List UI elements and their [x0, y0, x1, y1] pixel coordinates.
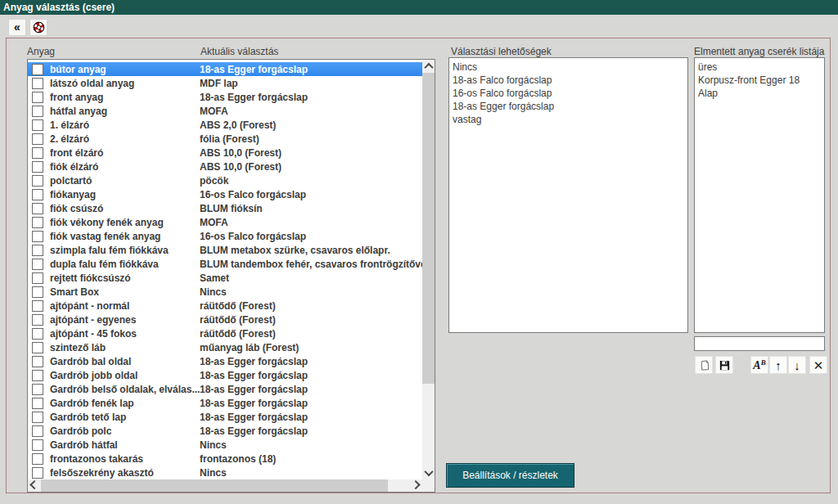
table-row[interactable]: Gardrób polc 18-as Egger forgácslap: [28, 424, 422, 438]
list-item[interactable]: Alap: [698, 87, 824, 100]
row-checkbox[interactable]: [32, 78, 43, 89]
row-checkbox[interactable]: [32, 245, 43, 256]
row-checkbox[interactable]: [32, 356, 43, 367]
row-checkbox[interactable]: [32, 161, 43, 173]
table-row[interactable]: Gardrób tető lap 18-as Egger forgácslap: [28, 410, 422, 424]
row-checkbox[interactable]: [32, 384, 43, 395]
move-up-button[interactable]: ↑: [769, 356, 787, 374]
table-row[interactable]: fiók csúszó BLUM fióksín: [28, 201, 422, 215]
table-row[interactable]: ajtópánt - normál ráütődő (Forest): [28, 299, 422, 313]
row-checkbox[interactable]: [32, 412, 43, 423]
table-row[interactable]: Gardrób jobb oldal 18-as Egger forgácsla…: [28, 368, 422, 382]
list-item[interactable]: 16-os Falco forgácslap: [453, 87, 687, 100]
table-row[interactable]: 2. élzáró fólia (Forest): [28, 132, 422, 146]
row-checkbox[interactable]: [32, 259, 43, 270]
material-name: Gardrób jobb oldal: [50, 370, 200, 381]
row-checkbox[interactable]: [32, 133, 43, 145]
table-row[interactable]: Smart Box Nincs: [28, 285, 422, 299]
table-row[interactable]: szimpla falu fém fiókkáva BLUM metabox s…: [28, 243, 422, 257]
row-checkbox[interactable]: [32, 453, 43, 465]
list-item[interactable]: 18-as Falco forgácslap: [453, 74, 687, 87]
table-row[interactable]: fiókanyag 16-os Falco forgácslap: [28, 187, 422, 201]
row-checkbox[interactable]: [32, 106, 43, 117]
row-checkbox[interactable]: [32, 189, 43, 200]
settings-details-button[interactable]: Beállítások / részletek: [446, 463, 574, 488]
save-swap-button[interactable]: [715, 356, 733, 374]
material-current-value: 16-os Falco forgácslap: [200, 189, 422, 200]
list-item[interactable]: üres: [698, 61, 824, 74]
table-row[interactable]: fiók élzáró ABS 10,0 (Forest): [28, 160, 422, 173]
row-checkbox[interactable]: [32, 342, 43, 353]
table-row[interactable]: rejtett fiókcsúszó Samet: [28, 271, 422, 285]
options-listbox[interactable]: Nincs18-as Falco forgácslap16-os Falco f…: [448, 57, 688, 333]
row-checkbox[interactable]: [32, 439, 43, 451]
list-item[interactable]: Korpusz-front Egger 18: [698, 74, 824, 87]
table-row[interactable]: bútor anyag 18-as Egger forgácslap: [28, 62, 422, 76]
list-item[interactable]: Nincs: [453, 61, 687, 74]
new-swap-button[interactable]: [695, 356, 713, 374]
row-checkbox[interactable]: [32, 203, 43, 214]
saved-swaps-listbox[interactable]: üresKorpusz-front Egger 18Alap: [694, 57, 825, 333]
scroll-down-button[interactable]: [422, 466, 435, 479]
rename-swap-button[interactable]: AB: [750, 356, 768, 374]
material-current-value: 18-as Egger forgácslap: [200, 398, 422, 409]
row-checkbox[interactable]: [32, 231, 43, 242]
table-row[interactable]: frontazonos takarás frontazonos (18): [28, 452, 422, 466]
material-name: fiók vékony fenék anyag: [50, 217, 200, 228]
table-row[interactable]: Gardrób bal oldal 18-as Egger forgácslap: [28, 354, 422, 368]
table-row[interactable]: szintező láb műanyag láb (Forest): [28, 340, 422, 354]
row-checkbox[interactable]: [32, 467, 43, 479]
chevron-down-icon: [424, 467, 433, 476]
table-row[interactable]: ajtópánt - egyenes ráütődő (Forest): [28, 313, 422, 326]
scroll-right-button[interactable]: [409, 479, 422, 492]
move-down-button[interactable]: ↓: [788, 356, 806, 374]
row-checkbox[interactable]: [32, 147, 43, 159]
back-button[interactable]: «: [8, 19, 26, 36]
table-row[interactable]: Gardrób hátfal Nincs: [28, 438, 422, 452]
table-row[interactable]: dupla falu fém fiókkáva BLUM tandembox f…: [28, 257, 422, 271]
row-checkbox[interactable]: [32, 175, 43, 187]
table-row[interactable]: Gardrób belső oldalak, elválas... 18-as …: [28, 382, 422, 396]
material-current-value: ABS 10,0 (Forest): [200, 161, 422, 173]
row-checkbox[interactable]: [32, 272, 43, 284]
vertical-scrollbar[interactable]: [422, 60, 435, 479]
scroll-left-button[interactable]: [28, 479, 41, 492]
swap-name-input[interactable]: [694, 336, 825, 351]
table-row[interactable]: felsőszekrény akasztó Nincs: [28, 466, 422, 479]
horizontal-scroll-thumb[interactable]: [41, 479, 388, 492]
table-row[interactable]: polctartó pöcök: [28, 173, 422, 187]
list-item[interactable]: vastag: [453, 113, 687, 126]
row-checkbox[interactable]: [32, 370, 43, 381]
list-item[interactable]: 18-as Egger forgácslap: [453, 100, 687, 113]
table-row[interactable]: 1. élzáró ABS 2,0 (Forest): [28, 118, 422, 132]
table-row[interactable]: látszó oldal anyag MDF lap: [28, 76, 422, 90]
row-checkbox[interactable]: [32, 217, 43, 228]
delete-swap-button[interactable]: ✕: [809, 356, 827, 374]
scroll-up-button[interactable]: [422, 60, 435, 73]
material-current-value: 18-as Egger forgácslap: [200, 64, 422, 75]
row-checkbox[interactable]: [32, 92, 43, 103]
material-name: hátfal anyag: [50, 106, 200, 117]
material-current-value: 18-as Egger forgácslap: [200, 356, 422, 367]
row-checkbox[interactable]: [32, 64, 43, 75]
table-row[interactable]: Gardrób fenék lap 18-as Egger forgácslap: [28, 396, 422, 410]
vertical-scroll-thumb[interactable]: [422, 73, 435, 384]
help-button[interactable]: [29, 19, 47, 36]
table-row[interactable]: ajtópánt - 45 fokos ráütődő (Forest): [28, 326, 422, 340]
table-row[interactable]: fiók vékony fenék anyag MOFA: [28, 215, 422, 229]
row-checkbox[interactable]: [32, 328, 43, 340]
table-row[interactable]: front anyag 18-as Egger forgácslap: [28, 90, 422, 104]
row-checkbox[interactable]: [32, 286, 43, 298]
table-row[interactable]: fiók vastag fenék anyag 16-os Falco forg…: [28, 229, 422, 243]
row-checkbox[interactable]: [32, 300, 43, 312]
row-checkbox[interactable]: [32, 425, 43, 437]
row-checkbox[interactable]: [32, 398, 43, 409]
table-row[interactable]: front élzáró ABS 10,0 (Forest): [28, 146, 422, 160]
horizontal-scrollbar[interactable]: [28, 479, 422, 492]
row-checkbox[interactable]: [32, 119, 43, 131]
row-checkbox[interactable]: [32, 314, 43, 326]
options-panel-label: Választási lehetőségek: [451, 46, 552, 57]
material-name: Smart Box: [50, 286, 200, 298]
table-row[interactable]: hátfal anyag MOFA: [28, 104, 422, 118]
material-current-value: BLUM metabox szürke, csavaros előlapr.: [200, 245, 422, 256]
